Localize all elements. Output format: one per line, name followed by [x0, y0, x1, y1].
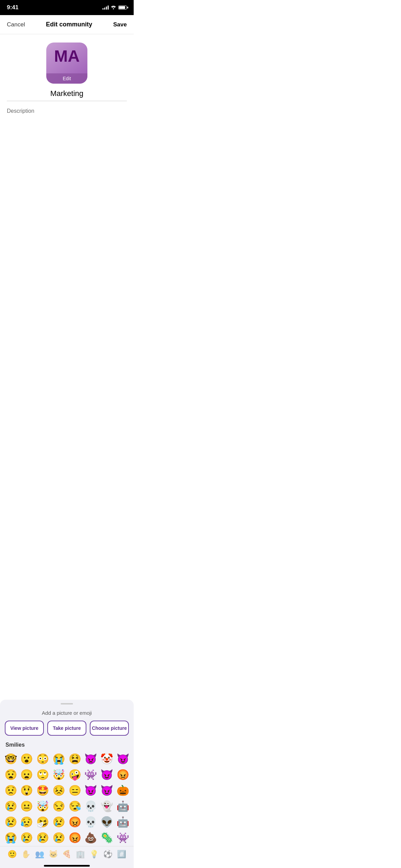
status-time: 9:41: [7, 4, 19, 11]
battery-icon: [118, 5, 127, 10]
avatar-edit-label: Edit: [63, 76, 71, 81]
wifi-icon: [111, 5, 116, 10]
status-icons: [102, 5, 127, 10]
cancel-button[interactable]: Cancel: [7, 21, 25, 28]
main-content: MA Edit Description: [0, 34, 134, 117]
save-button[interactable]: Save: [113, 21, 127, 28]
avatar[interactable]: MA Edit: [46, 43, 87, 84]
avatar-wrapper[interactable]: MA Edit: [46, 43, 87, 84]
avatar-initials: MA: [54, 47, 80, 65]
signal-icon: [102, 5, 109, 10]
description-label: Description: [7, 108, 127, 114]
status-bar: 9:41: [0, 0, 134, 15]
community-name-input[interactable]: [7, 89, 127, 98]
avatar-edit-bar[interactable]: Edit: [46, 73, 87, 84]
community-name-wrapper: [7, 89, 127, 101]
svg-point-0: [113, 8, 114, 9]
nav-bar: Cancel Edit community Save: [0, 15, 134, 34]
page-title: Edit community: [46, 21, 92, 28]
